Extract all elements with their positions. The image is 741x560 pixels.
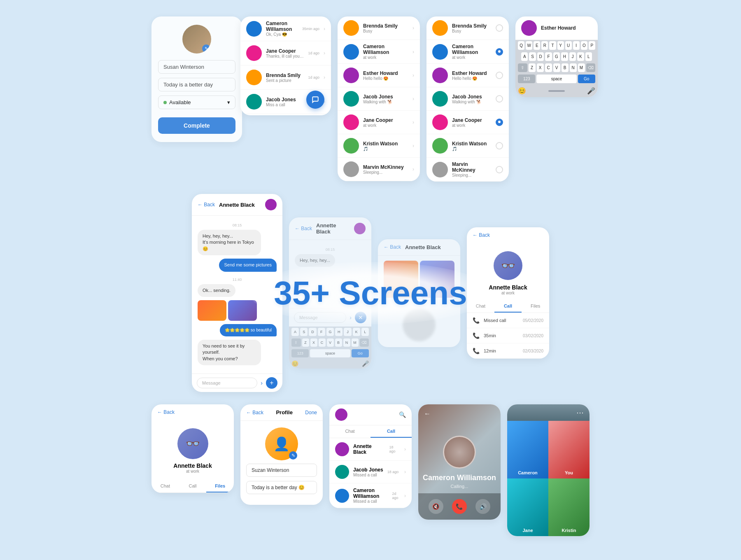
k-backspace[interactable]: ⌫ <box>360 338 369 347</box>
tab-files-2[interactable]: Files <box>206 480 234 492</box>
key-e[interactable]: E <box>534 41 540 50</box>
mic-icon[interactable]: 🎤 <box>587 87 595 95</box>
k-h[interactable]: H <box>335 328 343 336</box>
mute-button[interactable]: 🔇 <box>429 499 443 514</box>
key-l[interactable]: L <box>585 52 592 61</box>
k-j[interactable]: J <box>344 328 351 336</box>
back-button-2[interactable]: ← Back <box>295 226 312 231</box>
k-shift[interactable]: ⇧ <box>291 338 301 347</box>
key-t[interactable]: T <box>549 41 556 50</box>
avatar-edit-icon[interactable]: ✎ <box>289 451 297 460</box>
tab-chat-cl[interactable]: Chat <box>329 425 370 438</box>
key-shift[interactable]: ⇧ <box>518 63 527 72</box>
contact-brennda[interactable]: Brennda Smily Busy › <box>338 16 420 40</box>
k-f[interactable]: F <box>318 328 325 336</box>
contact-radio-cameron[interactable]: Cameron Williamson at work <box>426 40 509 64</box>
key-f[interactable]: F <box>545 52 552 61</box>
done-button[interactable]: Done <box>305 410 317 415</box>
radio-button[interactable] <box>496 24 503 32</box>
tab-call-cl[interactable]: Call <box>370 425 412 438</box>
k-s[interactable]: S <box>300 328 308 336</box>
profile-note-input[interactable] <box>246 481 317 494</box>
back-button-4[interactable]: ← Back <box>473 232 490 238</box>
status-dropdown[interactable]: Available ▾ <box>158 96 235 109</box>
key-v[interactable]: V <box>553 63 560 72</box>
chat-item-jane[interactable]: Jane Cooper Thanks, ill call you there. … <box>240 41 331 65</box>
send-button[interactable]: › <box>261 380 263 386</box>
key-backspace[interactable]: ⌫ <box>586 63 596 72</box>
contact-radio-kristin[interactable]: Kristin Watson 🎵 <box>426 134 509 158</box>
note-input[interactable] <box>158 78 235 91</box>
contact-radio-esther[interactable]: Esther Howard Hello hello 😍 <box>426 64 509 87</box>
back-button-3[interactable]: ← Back <box>384 244 401 250</box>
mic-icon-2[interactable]: 🎤 <box>362 360 369 367</box>
contact-jacob[interactable]: Jacob Jones Walking with 🐕 › <box>338 87 420 111</box>
key-r[interactable]: R <box>541 41 548 50</box>
emoji-icon[interactable]: 😊 <box>518 87 526 95</box>
contact-radio-jane[interactable]: Jane Cooper at work <box>426 111 509 134</box>
radio-button-selected[interactable] <box>496 119 503 126</box>
contact-esther[interactable]: Esther Howard Hello hello 😍 › <box>338 64 420 87</box>
key-h[interactable]: H <box>561 52 568 61</box>
tab-chat-2[interactable]: Chat <box>151 480 179 492</box>
contact-radio-marvin[interactable]: Marvin McKinney Sleeping... <box>426 158 509 182</box>
k-k[interactable]: K <box>353 328 360 336</box>
name-input[interactable] <box>158 60 235 74</box>
chat-item-cameron[interactable]: Cameron Williamson Ok, Cya 😎 35min ago › <box>240 16 331 41</box>
chat-item-brennda[interactable]: Brennda Smily Sent a picture 1d ago › <box>240 65 331 90</box>
key-123[interactable]: 123 <box>518 75 535 83</box>
key-w[interactable]: W <box>526 41 532 50</box>
key-m[interactable]: M <box>578 63 585 72</box>
key-p[interactable]: P <box>589 41 595 50</box>
complete-button[interactable]: Complete <box>158 117 235 134</box>
search-icon[interactable]: 🔍 <box>399 411 406 418</box>
key-y[interactable]: Y <box>557 41 564 50</box>
key-g[interactable]: G <box>553 52 560 61</box>
key-k[interactable]: K <box>577 52 584 61</box>
call-log-jacob[interactable]: Jacob Jones Missed a call 18 ago › <box>329 461 412 483</box>
key-go[interactable]: Go <box>578 75 595 83</box>
k-x[interactable]: X <box>310 338 317 347</box>
tab-files[interactable]: Files <box>522 300 549 313</box>
tab-call-2[interactable]: Call <box>179 480 207 492</box>
compose-fab[interactable] <box>306 91 324 109</box>
key-n[interactable]: N <box>570 63 577 72</box>
key-space[interactable]: space <box>536 75 576 83</box>
contact-jane[interactable]: Jane Cooper at work › <box>338 111 420 134</box>
k-d[interactable]: D <box>309 328 316 336</box>
key-q[interactable]: Q <box>518 41 524 50</box>
key-d[interactable]: D <box>537 52 544 61</box>
profile-name-input[interactable] <box>246 464 317 477</box>
call-log-annette[interactable]: Annette Black 18 ago › <box>329 438 412 461</box>
radio-button[interactable] <box>496 142 503 149</box>
key-z[interactable]: Z <box>529 63 536 72</box>
key-c[interactable]: C <box>545 63 552 72</box>
avatar-edit-badge[interactable]: ✎ <box>202 44 210 53</box>
key-b[interactable]: B <box>562 63 569 72</box>
call-log-cameron[interactable]: Cameron Williamson Missed a call 2d ago … <box>329 483 412 508</box>
key-o[interactable]: O <box>581 41 587 50</box>
k-n[interactable]: N <box>343 338 350 347</box>
message-input[interactable]: Message <box>197 378 257 388</box>
tab-call[interactable]: Call <box>494 300 522 313</box>
k-b[interactable]: B <box>335 338 342 347</box>
key-a[interactable]: A <box>521 52 528 61</box>
emoji-icon-2[interactable]: 😊 <box>291 360 298 367</box>
contact-marvin[interactable]: Marvin McKinney Sleeping... › <box>338 158 420 181</box>
key-u[interactable]: U <box>565 41 572 50</box>
k-m[interactable]: M <box>352 338 359 347</box>
key-x[interactable]: X <box>537 63 544 72</box>
end-call-button[interactable]: 📞 <box>452 499 467 514</box>
k-c[interactable]: C <box>319 338 326 347</box>
speaker-button[interactable]: 🔊 <box>475 499 490 514</box>
k-v[interactable]: V <box>327 338 334 347</box>
contact-cameron[interactable]: Cameron Williamson at work › <box>338 40 420 64</box>
k-123[interactable]: 123 <box>291 349 309 357</box>
k-z[interactable]: Z <box>302 338 309 347</box>
more-icon[interactable]: ⋯ <box>576 408 584 417</box>
back-button-6[interactable]: ← Back <box>246 410 263 415</box>
radio-button[interactable] <box>496 72 503 79</box>
contact-radio-jacob[interactable]: Jacob Jones Walking with 🐕 <box>426 87 509 111</box>
k-go[interactable]: Go <box>352 349 369 357</box>
key-i[interactable]: I <box>573 41 580 50</box>
